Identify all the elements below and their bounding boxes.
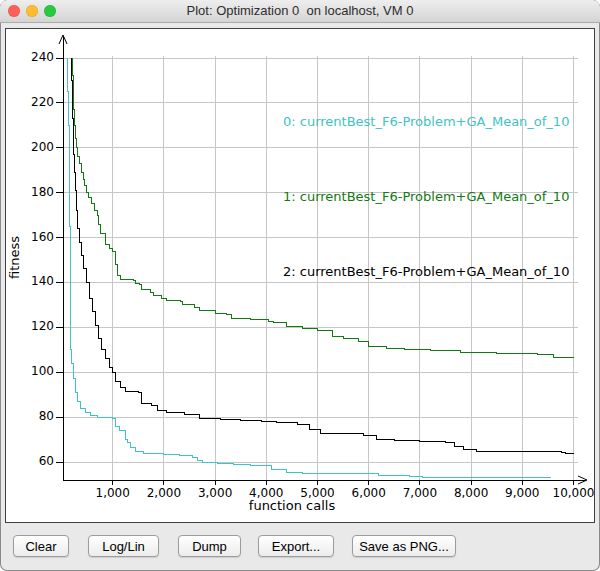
y-tick-label: 120 [20, 319, 54, 333]
y-tick-label: 100 [20, 364, 54, 378]
y-tick-label: 60 [20, 454, 54, 468]
legend-entry-2: 2: currentBest_F6-Problem+GA_Mean_of_10 [283, 259, 569, 284]
legend-entry-0: 0: currentBest_F6-Problem+GA_Mean_of_10 [283, 109, 569, 134]
x-axis-label: function calls [232, 498, 352, 513]
chart-legend: 0: currentBest_F6-Problem+GA_Mean_of_10 … [283, 59, 569, 334]
legend-entry-1: 1: currentBest_F6-Problem+GA_Mean_of_10 [283, 184, 569, 209]
y-tick-label: 200 [20, 140, 54, 154]
save-as-png-button[interactable]: Save as PNG... [352, 535, 456, 557]
y-tick-label: 140 [20, 274, 54, 288]
y-tick-label: 160 [20, 230, 54, 244]
y-tick-label: 180 [20, 185, 54, 199]
x-tick-label: 10,000 [544, 486, 600, 500]
y-tick-label: 240 [20, 50, 54, 64]
dump-button[interactable]: Dump [178, 535, 241, 557]
export-button[interactable]: Export... [258, 535, 334, 557]
button-bar: Clear Log/Lin Dump Export... Save as PNG… [0, 535, 600, 559]
titlebar: Plot: Optimization 0 on localhost, VM 0 [0, 0, 600, 23]
y-tick-label: 80 [20, 409, 54, 423]
clear-button[interactable]: Clear [13, 535, 69, 557]
y-tick-label: 220 [20, 95, 54, 109]
window-title: Plot: Optimization 0 on localhost, VM 0 [0, 3, 600, 18]
plot-window: Plot: Optimization 0 on localhost, VM 0 … [0, 0, 600, 571]
log-lin-button[interactable]: Log/Lin [88, 535, 159, 557]
